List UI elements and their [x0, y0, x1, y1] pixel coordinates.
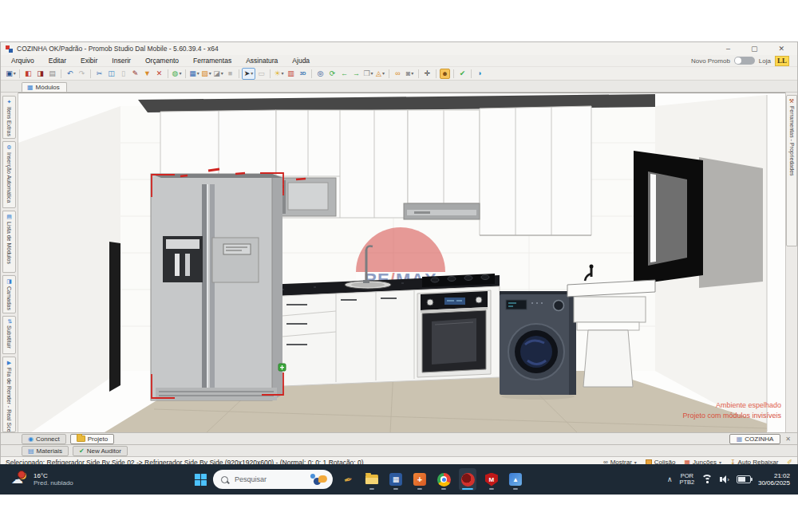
sidebar-tab-camadas[interactable]: ◨ Camadas — [2, 275, 16, 313]
client-button[interactable]: ☻ — [439, 69, 451, 79]
wall-shadow-panel — [699, 157, 763, 288]
link-button[interactable]: ∞ — [392, 69, 404, 79]
tab-new-auditor[interactable]: ✔ New Auditor — [73, 446, 128, 456]
connect-icon: ◉ — [28, 435, 34, 443]
range-hood[interactable] — [404, 203, 480, 219]
menu-assinatura[interactable]: Assinatura — [239, 57, 285, 65]
minimize-button[interactable]: – — [726, 45, 730, 53]
copy-button[interactable]: ◫ — [105, 69, 117, 79]
print-button[interactable]: ▤ — [46, 69, 58, 79]
redo-button[interactable]: ↷ — [76, 69, 88, 79]
sidebar-tab-fila-de-render[interactable]: ▶ Fila de Render - Real Scene 2.0 — [2, 357, 16, 432]
menu-arquivo[interactable]: Arquivo — [4, 57, 41, 65]
environment-close-button[interactable]: ✕ — [785, 435, 791, 443]
edit-style-button[interactable]: ✎ — [129, 69, 141, 79]
tab-cozinha-environment[interactable]: ▦ COZINHA — [729, 434, 781, 444]
tab-projeto[interactable]: Projeto — [70, 434, 114, 444]
views-button[interactable]: ❒ — [362, 69, 374, 79]
visibility-button[interactable]: ◎ — [314, 69, 326, 79]
filter-button[interactable]: ▼ — [141, 69, 153, 79]
tab-materiais[interactable]: ▤ Materiais — [22, 446, 69, 456]
toolbar-separator — [389, 69, 389, 78]
photos-app-icon[interactable]: ▲ — [507, 468, 524, 491]
titlebar[interactable]: COZINHA OK/Padrão - Promob Studio Dal Mo… — [1, 42, 797, 55]
catalog-button[interactable]: ◨ — [34, 69, 46, 79]
orbit-button[interactable]: ⟳ — [326, 69, 338, 79]
textures-button[interactable]: ▨ — [200, 69, 212, 79]
loja-link[interactable]: Loja — [759, 57, 771, 65]
tab-connect[interactable]: ◉ Connect — [22, 434, 66, 444]
perspective-button[interactable]: ◬ — [374, 69, 386, 79]
taskbar-search[interactable] — [213, 470, 333, 489]
toolbar-separator — [185, 69, 186, 78]
file-explorer-icon[interactable] — [363, 468, 381, 491]
sidebar-tab-label: Itens Extras — [6, 107, 12, 136]
close-button[interactable]: ✕ — [778, 45, 784, 53]
lighting-button[interactable]: ☀ — [273, 69, 285, 79]
render-button[interactable]: ◍ — [171, 69, 183, 79]
view-3d-button[interactable]: 3D — [297, 69, 309, 79]
panels-button[interactable]: ▥ — [285, 69, 297, 79]
tab-modulos[interactable]: ▦ Módulos — [22, 82, 67, 92]
cut-button[interactable]: ✂ — [93, 69, 105, 79]
save-button[interactable]: ▣ — [5, 69, 17, 79]
sidebar-tab-lista-de-modulos[interactable]: ▤ Lista de Módulos — [2, 211, 16, 273]
pan-button[interactable]: ✛ — [421, 69, 433, 79]
sidebar-tab-ferramentas-propriedades[interactable]: ⚒ Ferramentas - Propriedades — [786, 95, 797, 246]
camera-button[interactable]: ◙ — [404, 69, 416, 79]
walk-back-button[interactable]: ← — [338, 69, 350, 79]
menu-editar[interactable]: Editar — [41, 57, 73, 65]
weather-widget[interactable]: ☁ 16°C Pred. nublado — [0, 472, 73, 487]
promob-taskbar-icon[interactable] — [459, 468, 476, 491]
menu-orcamento[interactable]: Orçamento — [138, 57, 186, 65]
groups-button[interactable]: ◪ — [212, 69, 224, 79]
modules-button[interactable]: ▦ — [188, 69, 200, 79]
battery-icon[interactable] — [737, 475, 751, 483]
chrome-icon[interactable] — [435, 468, 452, 491]
chat-button[interactable]: ◗ — [474, 69, 486, 79]
weather-desc: Pred. nublado — [34, 479, 73, 487]
walk-forward-button[interactable]: → — [350, 69, 362, 79]
import-project-button[interactable]: ◧ — [22, 69, 34, 79]
sidebar-tab-substituir[interactable]: ⇄ Substituir — [2, 316, 16, 354]
wifi-icon[interactable] — [701, 475, 713, 484]
refrigerator[interactable] — [151, 174, 282, 400]
viewport-3d[interactable]: RE/MAX — [18, 93, 785, 432]
grid-button[interactable]: ■ — [224, 69, 236, 79]
tray-expand-icon[interactable]: ∧ — [667, 475, 673, 483]
undo-button[interactable]: ↶ — [64, 69, 76, 79]
speaker-icon[interactable]: › — [720, 475, 729, 483]
pen-app-icon[interactable]: ✒ — [339, 468, 357, 491]
sidebar-tab-insercao-automatica[interactable]: ⚙ Inserção Automática — [2, 141, 16, 208]
sidebar-tab-itens-extras[interactable]: ✦ Itens Extras — [2, 96, 16, 139]
maximize-button[interactable]: ▢ — [751, 45, 758, 53]
menu-ferramentas[interactable]: Ferramentas — [186, 57, 239, 65]
approve-button[interactable]: ✔ — [456, 69, 468, 79]
start-button[interactable] — [195, 474, 207, 486]
windows-taskbar: ☁ 16°C Pred. nublado ✒ ▦ + M ▲ ∧ POR PTB… — [0, 464, 798, 495]
language-indicator[interactable]: POR PTB2 — [680, 473, 695, 487]
washing-machine[interactable] — [500, 291, 576, 400]
toolbar-separator — [168, 69, 168, 78]
installer-app-icon[interactable]: + — [411, 468, 429, 491]
oven[interactable] — [417, 290, 491, 377]
microwave[interactable] — [279, 178, 336, 216]
menu-inserir[interactable]: Inserir — [105, 57, 138, 65]
measure-button[interactable]: ▭ — [255, 69, 267, 79]
select-tool-button[interactable]: ➤ — [242, 68, 255, 80]
green-node-icon[interactable] — [279, 364, 286, 371]
window-reflection — [650, 174, 656, 262]
bottom-tab-row-2: ▤ Materiais ✔ New Auditor — [1, 444, 797, 456]
search-input[interactable] — [233, 475, 304, 484]
account-badge[interactable]: LL — [775, 56, 789, 66]
delete-button[interactable]: ✕ — [153, 69, 165, 79]
novo-promob-toggle[interactable] — [734, 57, 755, 65]
menu-ajuda[interactable]: Ajuda — [285, 57, 317, 65]
mcafee-icon[interactable]: M — [483, 468, 500, 491]
left-wall[interactable] — [18, 106, 120, 432]
left-doorway[interactable] — [109, 242, 120, 392]
taskbar-clock[interactable]: 21:02 30/06/2025 — [758, 472, 790, 487]
menu-exibir[interactable]: Exibir — [73, 57, 105, 65]
paste-button[interactable]: ▯ — [117, 69, 129, 79]
calculator-app-icon[interactable]: ▦ — [387, 468, 405, 491]
